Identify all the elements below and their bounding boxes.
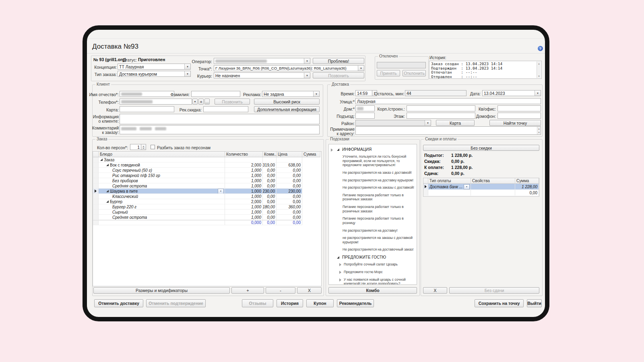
order-row[interactable]: Бургер2,0000,000,00 (93, 199, 321, 204)
expanded-icon[interactable] (337, 148, 339, 151)
collapsed-icon[interactable] (331, 148, 333, 152)
note-scrollbar[interactable]: ▲▼ (537, 127, 541, 134)
apt-field[interactable] (497, 105, 541, 111)
street-field[interactable]: Лазурная (355, 98, 541, 104)
address-note-textarea[interactable] (355, 126, 541, 135)
minus-button[interactable]: - (266, 287, 295, 294)
scroll-up-icon[interactable]: ▲ (538, 128, 540, 130)
chevron-down-icon[interactable]: ▼ (313, 91, 319, 97)
order-row[interactable]: Без приборов1,0000,000,00 (93, 178, 321, 183)
help-icon[interactable]: ? (538, 46, 543, 51)
map-button[interactable]: Карта (436, 120, 475, 126)
dish-combo-button[interactable]: ▼ (218, 189, 224, 194)
chevron-down-icon[interactable]: ▼ (425, 120, 431, 125)
problem-button[interactable]: Проблема! (313, 58, 364, 64)
delete-row-button[interactable]: X (297, 287, 322, 294)
payment-row[interactable]: 0,00 (423, 190, 539, 196)
courier-select[interactable]: Не назначен ▼ (214, 72, 310, 78)
decline-button[interactable]: Отклонить (402, 70, 426, 76)
collapsed-icon[interactable] (339, 263, 341, 266)
entrance-field[interactable] (355, 113, 375, 119)
accept-button[interactable]: Принять (377, 70, 400, 76)
persons-field[interactable]: 1 (130, 144, 141, 150)
cancel-confirm-button[interactable]: Отменить подтверждение (146, 299, 206, 307)
combo-button[interactable]: Комбо (328, 287, 417, 294)
history-scrollbar[interactable]: ▲▼ (537, 62, 541, 78)
phone-dropdown-button[interactable]: ▼ (192, 99, 198, 105)
hints-node-suggest[interactable]: ПРЕДЛОЖИТЕ ГОСТЮ (337, 255, 415, 259)
order-row[interactable]: Сырный1,0000,000,00 (93, 210, 321, 215)
chevron-down-icon[interactable]: ▼ (535, 90, 541, 96)
order-row[interactable]: Средняя острота1,0000,000,00 (93, 183, 321, 189)
collapsed-icon[interactable] (339, 278, 341, 282)
cancel-delivery-button[interactable]: Отменить доставку (94, 299, 143, 307)
building-field[interactable] (407, 105, 475, 111)
card-field[interactable] (120, 106, 174, 112)
order-row[interactable]: Рис отварной п/ф 150 гр1,0000,000,00 (93, 173, 321, 178)
scroll-down-icon[interactable]: ▼ (538, 131, 540, 134)
no-discount-button[interactable]: Без скидки (423, 145, 539, 151)
phone-more-button[interactable]: ... (204, 99, 210, 105)
order-comment-textarea[interactable] (120, 125, 320, 134)
ad-select[interactable]: Не задана ▼ (262, 91, 320, 97)
sizes-modifiers-button[interactable]: Размеры и модификаторы (93, 287, 230, 294)
call-client-button[interactable]: Позвонить (215, 99, 250, 105)
scroll-down-icon[interactable]: ▼ (538, 75, 539, 77)
chevron-down-icon[interactable]: ▼ (304, 58, 310, 64)
hint-suggest-item[interactable]: У нас появился новый цезарь с сочной кре… (339, 278, 415, 285)
expanded-icon[interactable] (337, 256, 339, 259)
order-row[interactable]: Средняя острота1,0000,000,00 (93, 215, 321, 220)
order-row[interactable]: Соус перечный (50 г)1,0000,000,00 (93, 168, 321, 173)
call-courier-button[interactable]: Позвонить (313, 72, 364, 78)
spin-down-icon[interactable]: ▼ (142, 147, 144, 149)
persons-stepper[interactable]: ▲▼ (141, 144, 146, 150)
expanded-icon[interactable] (106, 164, 109, 166)
payment-row[interactable]: Доставка банк ...▼1 228,00 (423, 184, 539, 190)
disconnected-field[interactable] (377, 62, 426, 68)
payment-combo-button[interactable]: ▼ (464, 184, 470, 189)
house-field[interactable] (355, 105, 375, 111)
surname-field[interactable] (191, 91, 240, 97)
floor-field[interactable] (407, 113, 475, 119)
operator-select[interactable]: ▼ (214, 58, 310, 64)
district-select[interactable]: ▼ (355, 120, 431, 126)
point-select[interactable]: Г Лазурная 36_BRN_R06 (R06_CO_BRN(Lazurn… (214, 65, 364, 71)
rec-discount-field[interactable] (203, 106, 248, 112)
order-row[interactable]: Вок с говядиной2,000319,00638,00 (93, 162, 321, 168)
recommender-button[interactable]: Рекомендатель (337, 299, 374, 307)
high-risk-button[interactable]: Высокий риск (254, 99, 320, 105)
client-name-field[interactable] (120, 91, 174, 97)
hints-node-info[interactable]: ИНФОРМАЦИЯ (337, 147, 415, 152)
reviews-button[interactable]: Отзывы (242, 299, 273, 307)
intercom-field[interactable] (497, 113, 541, 119)
order-row[interactable]: 0,0000,000,00 (93, 220, 321, 225)
phone-field[interactable] (120, 99, 192, 105)
chevron-down-icon[interactable]: ▼ (304, 73, 310, 78)
hint-suggest-item[interactable]: Попробуйте сочный салат Цезарь (339, 262, 415, 266)
additional-info-button[interactable]: Дополнительная информация (254, 106, 320, 112)
time-field[interactable]: 14:59 (355, 90, 372, 96)
order-row[interactable]: Классический1,0000,000,00 (93, 194, 321, 199)
delete-payment-button[interactable]: X (423, 287, 447, 294)
concept-select[interactable]: ТТ Лазурная ▼ (118, 64, 191, 70)
phone-add-button[interactable]: + (198, 99, 204, 105)
expanded-icon[interactable] (106, 200, 109, 203)
plus-button[interactable]: + (231, 287, 264, 294)
coupon-button[interactable]: Купон (306, 299, 334, 307)
collapsed-icon[interactable] (339, 271, 341, 274)
order-row[interactable]: Шаурма в пите▼1,000230,00230,00 (93, 189, 321, 194)
find-point-button[interactable]: Найти точку (489, 120, 541, 126)
chevron-down-icon[interactable]: ▼ (358, 66, 364, 71)
expanded-icon[interactable] (100, 158, 103, 161)
save-to-point-button[interactable]: Сохранить на точку (475, 299, 524, 307)
order-row[interactable]: Заказ (93, 157, 321, 162)
exit-button[interactable]: Выйти (527, 299, 542, 307)
scroll-up-icon[interactable]: ▲ (538, 62, 539, 65)
expanded-icon[interactable] (106, 190, 109, 192)
split-order-checkbox[interactable] (151, 145, 155, 149)
order-type-select[interactable]: Доставка курьером ▼ (118, 71, 191, 77)
no-change-button[interactable]: Без сдачи (449, 287, 539, 294)
hint-suggest-item[interactable]: Предложите гостю Морс (339, 270, 415, 274)
history-button[interactable]: История (277, 299, 303, 307)
date-select[interactable]: 13.04.2023 ▼ (482, 90, 541, 96)
